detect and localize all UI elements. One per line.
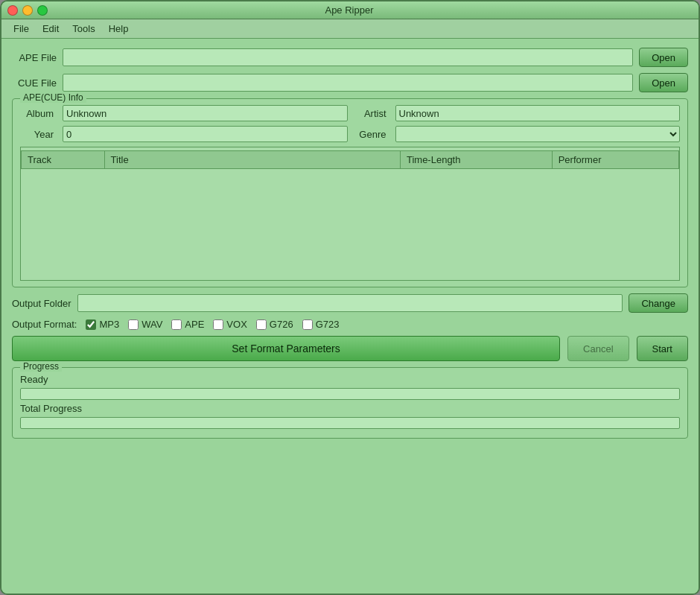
menu-edit[interactable]: Edit (36, 22, 65, 36)
total-progress-bar (20, 417, 680, 429)
format-ape[interactable]: APE (171, 319, 204, 330)
track-table: Track Title Time-Length Performer (21, 150, 679, 169)
year-input[interactable] (63, 126, 348, 142)
output-format-label: Output Format: (12, 319, 77, 330)
format-ape-checkbox[interactable] (171, 319, 182, 330)
format-mp3-checkbox[interactable] (86, 319, 96, 330)
track-table-header: Track Title Time-Length Performer (22, 151, 679, 169)
format-vox-label: VOX (226, 319, 246, 330)
menu-help[interactable]: Help (103, 22, 135, 36)
ape-file-input[interactable] (63, 48, 633, 66)
main-window: Ape Ripper File Edit Tools Help APE File… (0, 0, 700, 595)
cancel-button[interactable]: Cancel (567, 336, 629, 361)
title-bar-controls (7, 5, 48, 16)
col-time-length: Time-Length (400, 151, 552, 169)
output-folder-change-button[interactable]: Change (629, 293, 688, 313)
format-g726[interactable]: G726 (256, 319, 293, 330)
menu-file[interactable]: File (7, 22, 35, 36)
cue-file-input[interactable] (63, 74, 633, 92)
format-g723[interactable]: G723 (302, 319, 340, 330)
format-wav-checkbox[interactable] (128, 319, 139, 330)
album-label: Album (20, 108, 54, 119)
output-folder-row: Output Folder Change (12, 293, 688, 313)
format-mp3-label: MP3 (99, 319, 119, 330)
track-table-container[interactable]: Track Title Time-Length Performer (20, 147, 680, 281)
progress-bar (20, 388, 680, 400)
title-bar: Ape Ripper (1, 1, 699, 19)
menu-bar: File Edit Tools Help (1, 19, 699, 39)
progress-group: Progress Ready Total Progress (12, 367, 688, 439)
output-folder-label: Output Folder (12, 298, 71, 309)
year-label: Year (20, 129, 54, 140)
set-format-parameters-button[interactable]: Set Format Parameters (12, 336, 560, 361)
genre-select[interactable] (395, 126, 681, 142)
main-content: APE File Open CUE File Open APE(CUE) Inf… (1, 39, 699, 594)
output-folder-input[interactable] (77, 294, 623, 312)
progress-status: Ready (20, 374, 680, 385)
close-button[interactable] (7, 5, 18, 16)
ape-file-open-button[interactable]: Open (639, 48, 688, 67)
format-g723-checkbox[interactable] (302, 319, 313, 330)
ape-cue-info-title: APE(CUE) Info (20, 92, 86, 103)
action-buttons-row: Set Format Parameters Cancel Start (12, 336, 688, 361)
menu-tools[interactable]: Tools (66, 22, 101, 36)
artist-label: Artist (357, 108, 386, 119)
col-title: Title (104, 151, 400, 169)
cue-file-open-button[interactable]: Open (639, 73, 688, 92)
album-input[interactable] (63, 105, 348, 121)
format-g726-checkbox[interactable] (256, 319, 267, 330)
format-g723-label: G723 (316, 319, 340, 330)
output-format-row: Output Format: MP3 WAV APE VOX G726 (12, 319, 688, 330)
format-wav-label: WAV (141, 319, 162, 330)
genre-label: Genre (357, 129, 386, 140)
format-vox-checkbox[interactable] (213, 319, 223, 330)
start-button[interactable]: Start (637, 336, 688, 361)
artist-input[interactable] (395, 105, 681, 121)
year-genre-row: Year Genre (20, 126, 680, 142)
col-performer: Performer (552, 151, 678, 169)
format-ape-label: APE (185, 319, 204, 330)
format-mp3[interactable]: MP3 (86, 319, 119, 330)
ape-file-label: APE File (12, 52, 57, 63)
col-track: Track (22, 151, 105, 169)
format-wav[interactable]: WAV (128, 319, 162, 330)
ape-cue-info-group: APE(CUE) Info Album Artist Year Genre (12, 98, 688, 287)
minimize-button[interactable] (22, 5, 33, 16)
ape-file-row: APE File Open (12, 48, 688, 67)
total-progress-label: Total Progress (20, 403, 680, 414)
window-title: Ape Ripper (48, 4, 651, 16)
cue-file-label: CUE File (12, 77, 57, 89)
progress-group-title: Progress (20, 361, 62, 372)
cue-file-row: CUE File Open (12, 73, 688, 92)
format-vox[interactable]: VOX (213, 319, 246, 330)
maximize-button[interactable] (37, 5, 48, 16)
album-artist-row: Album Artist (20, 105, 680, 121)
format-g726-label: G726 (270, 319, 293, 330)
